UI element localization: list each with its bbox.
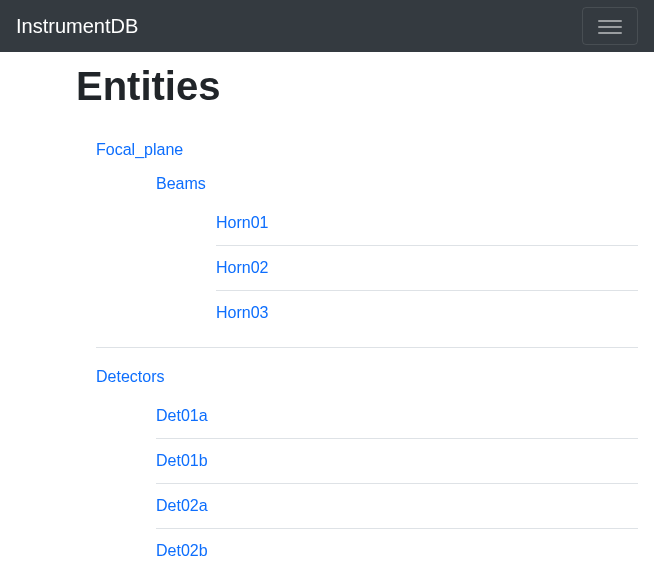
tree-node-focal-plane: Focal_plane Beams Horn01 Horn02 Horn03 [76,133,638,348]
link-det01b[interactable]: Det01b [156,439,638,483]
link-det02b[interactable]: Det02b [156,529,638,573]
tree-node-horn02: Horn02 [216,246,638,291]
main-container: Entities Focal_plane Beams Horn01 Horn02 [0,64,654,573]
tree-node-det01b: Det01b [156,439,638,484]
link-horn01[interactable]: Horn01 [216,201,638,245]
tree-node-det01a: Det01a [156,394,638,439]
page-title: Entities [76,64,638,109]
navbar-toggler[interactable] [582,7,638,45]
link-horn03[interactable]: Horn03 [216,291,638,335]
tree-node-det02a: Det02a [156,484,638,529]
tree-node-beams: Beams Horn01 Horn02 Horn03 [156,167,638,335]
entity-tree: Focal_plane Beams Horn01 Horn02 Horn03 [76,133,638,573]
link-beams[interactable]: Beams [156,167,638,201]
tree-node-horn01: Horn01 [216,201,638,246]
hamburger-icon [598,16,622,36]
link-det01a[interactable]: Det01a [156,394,638,438]
tree-node-horn03: Horn03 [216,291,638,335]
link-det02a[interactable]: Det02a [156,484,638,528]
navbar-brand[interactable]: InstrumentDB [16,15,138,38]
link-detectors[interactable]: Detectors [96,360,638,394]
tree-node-detectors: Detectors Det01a Det01b Det02a Det02b [76,360,638,573]
tree-node-det02b: Det02b [156,529,638,573]
link-horn02[interactable]: Horn02 [216,246,638,290]
link-focal-plane[interactable]: Focal_plane [96,133,638,167]
navbar: InstrumentDB [0,0,654,52]
group-separator [96,347,638,348]
